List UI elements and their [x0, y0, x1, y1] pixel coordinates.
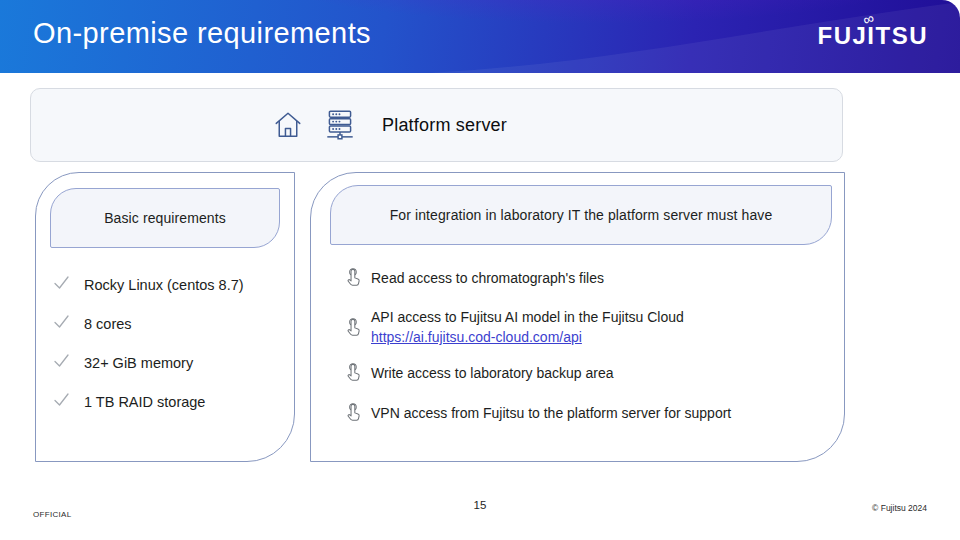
access-text: Read access to chromatograph's files [371, 268, 604, 288]
access-item: API access to Fujitsu AI model in the Fu… [345, 307, 834, 347]
access-text: VPN access from Fujitsu to the platform … [371, 403, 731, 423]
requirement-item: 32+ GiB memory [52, 343, 286, 382]
access-text: API access to Fujitsu AI model in the Fu… [371, 309, 684, 325]
requirement-text: Rocky Linux (centos 8.7) [84, 277, 244, 293]
platform-server-content: Platform server [272, 107, 507, 143]
hand-tap-icon [345, 267, 362, 288]
requirement-item: 1 TB RAID storage [52, 382, 286, 421]
requirement-item: 8 cores [52, 304, 286, 343]
slide: On-premise requirements ∞ FUJITSU [0, 0, 960, 540]
basic-requirements-panel: Basic requirements Rocky Linux (centos 8… [35, 172, 295, 462]
access-text: Write access to laboratory backup area [371, 363, 614, 383]
integration-requirements-title: For integration in laboratory IT the pla… [330, 185, 832, 245]
server-icon [322, 107, 358, 143]
access-item: VPN access from Fujitsu to the platform … [345, 402, 834, 423]
integration-requirements-panel: For integration in laboratory IT the pla… [310, 172, 845, 462]
check-icon [52, 312, 71, 335]
platform-server-label: Platform server [382, 115, 507, 136]
check-icon [52, 351, 71, 374]
access-text-block: API access to Fujitsu AI model in the Fu… [371, 307, 684, 347]
api-link[interactable]: https://ai.fujitsu.cod-cloud.com/api [371, 329, 582, 345]
basic-requirements-title: Basic requirements [50, 188, 280, 248]
title-banner: On-premise requirements ∞ FUJITSU [0, 0, 960, 73]
hand-tap-icon [345, 317, 362, 338]
classification-label: OFFICIAL [33, 510, 71, 519]
access-item: Write access to laboratory backup area [345, 362, 834, 383]
house-icon [272, 109, 304, 141]
integration-requirements-list: Read access to chromatograph's files API… [345, 267, 834, 442]
check-icon [52, 273, 71, 296]
basic-requirements-list: Rocky Linux (centos 8.7) 8 cores 32+ GiB… [52, 265, 286, 421]
page-title: On-premise requirements [33, 17, 371, 50]
check-icon [52, 390, 71, 413]
fujitsu-logo-text: FUJITSU [817, 22, 928, 49]
copyright: © Fujitsu 2024 [872, 503, 927, 513]
requirement-item: Rocky Linux (centos 8.7) [52, 265, 286, 304]
requirement-text: 32+ GiB memory [84, 355, 193, 371]
fujitsu-logo: ∞ FUJITSU [817, 22, 928, 50]
platform-server-card: Platform server [30, 88, 843, 162]
hand-tap-icon [345, 362, 362, 383]
page-number: 15 [0, 499, 960, 511]
requirement-text: 8 cores [84, 316, 132, 332]
requirement-text: 1 TB RAID storage [84, 394, 205, 410]
access-item: Read access to chromatograph's files [345, 267, 834, 288]
hand-tap-icon [345, 402, 362, 423]
